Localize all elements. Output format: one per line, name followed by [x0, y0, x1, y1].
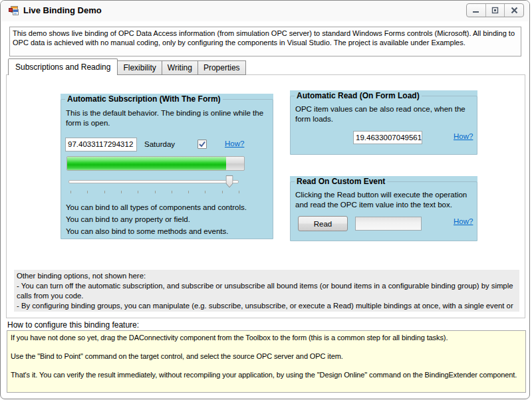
progress-fill: [67, 157, 226, 170]
slider-ticks: [70, 191, 240, 193]
group-description: OPC item values can be also read once, w…: [295, 104, 473, 124]
slider-track[interactable]: [68, 180, 239, 183]
how-link-subscription[interactable]: How?: [225, 140, 244, 148]
howto-step: That's it. You can verify the result imm…: [11, 370, 522, 379]
day-label: Saturday: [144, 140, 175, 150]
group-title: Read On Custom Event: [295, 177, 387, 186]
options-line: Other binding options, not shown here:: [17, 271, 517, 281]
tab-page-subscriptions: Automatic Subscription (With The Form) T…: [6, 74, 525, 318]
group-title: Automatic Read (On Form Load): [295, 91, 422, 100]
how-link-auto-read[interactable]: How?: [454, 132, 473, 140]
intro-description: This demo shows live binding of OPC Data…: [9, 27, 521, 56]
howto-step: If you have not done so yet, drag the DA…: [11, 333, 522, 342]
options-line: - You can turn off the automatic subscri…: [17, 281, 517, 301]
custom-read-textbox[interactable]: [355, 217, 422, 231]
note-line: You can bind to any property or field.: [66, 215, 269, 224]
window-title: Live Binding Demo: [23, 5, 102, 15]
tab-flexibility[interactable]: Flexibility: [117, 60, 162, 75]
group-automatic-read: Automatic Read (On Form Load) OPC item v…: [290, 90, 477, 155]
read-value-textbox[interactable]: 19.4633007049561: [353, 131, 422, 144]
progress-bar: [66, 156, 245, 171]
other-binding-options: Other binding options, not shown here: -…: [14, 270, 519, 312]
group-description: This is the default behavior. The bindin…: [66, 108, 267, 128]
group-read-custom-event: Read On Custom Event Clicking the Read b…: [290, 176, 477, 241]
tab-properties[interactable]: Properties: [198, 60, 246, 75]
title-bar: Live Binding Demo: [1, 1, 529, 21]
group-title: Automatic Subscription (With The Form): [65, 94, 223, 104]
tab-writing[interactable]: Writing: [162, 60, 198, 75]
tab-subscriptions-and-reading[interactable]: Subscriptions and Reading: [8, 58, 118, 75]
value-textbox[interactable]: 97.4033117294312: [65, 138, 137, 152]
howto-instructions: If you have not done so yet, drag the DA…: [7, 330, 526, 393]
note-line: You can also bind to some methods and ev…: [66, 227, 269, 236]
options-line: - By configuring binding groups, you can…: [17, 301, 517, 312]
howto-label: How to configure this binding feature:: [7, 320, 139, 330]
check-icon: [199, 141, 205, 148]
app-icon: [9, 5, 19, 16]
minimize-button[interactable]: [467, 4, 485, 17]
group-automatic-subscription: Automatic Subscription (With The Form) T…: [61, 94, 273, 239]
slider-thumb[interactable]: [226, 175, 233, 188]
tab-control: Automatic Subscription (With The Form) T…: [6, 58, 525, 318]
bound-checkbox[interactable]: [198, 140, 207, 149]
app-window: Live Binding Demo This demo shows live b…: [0, 0, 530, 399]
how-link-custom-read[interactable]: How?: [454, 217, 473, 225]
binding-notes: You can bind to all types of components …: [66, 203, 269, 239]
maximize-button[interactable]: [485, 4, 505, 17]
close-button[interactable]: [504, 4, 523, 17]
tab-strip: Subscriptions and Reading Flexibility Wr…: [8, 58, 246, 75]
note-line: You can bind to all types of components …: [66, 203, 269, 212]
group-description: Clicking the Read button will execute th…: [295, 190, 479, 210]
read-button[interactable]: Read: [298, 216, 348, 231]
trackbar-slider[interactable]: [67, 173, 243, 196]
howto-step: Use the "Bind to Point" command on the t…: [11, 352, 522, 361]
caption-buttons: [466, 3, 524, 17]
